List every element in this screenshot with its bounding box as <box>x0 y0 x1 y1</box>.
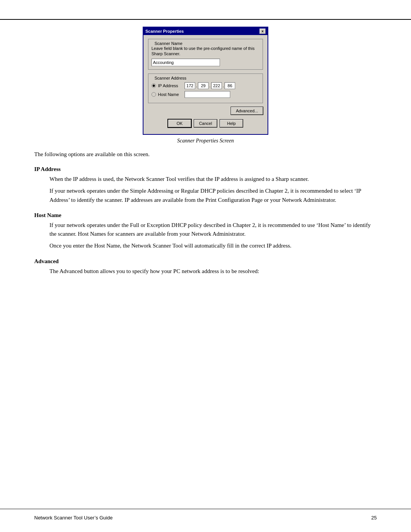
footer-right: 25 <box>371 515 377 521</box>
dialog-caption: Scanner Properties Screen <box>177 138 234 144</box>
advanced-heading: Advanced <box>34 258 377 265</box>
ip-address-para-1: When the IP address is used, the Network… <box>49 175 377 184</box>
footer: Network Scanner Tool User’s Guide 25 <box>34 515 377 521</box>
sections: IP Address When the IP address is used, … <box>34 166 377 276</box>
top-border <box>0 19 411 20</box>
address-type-radio-group: IP Address . . . <box>151 82 260 98</box>
scanner-address-group: Scanner Address IP Address . . <box>148 73 263 103</box>
scanner-name-legend: Scanner Name <box>153 41 260 46</box>
dialog-screenshot: Scanner Properties × Scanner Name Leave … <box>34 27 377 144</box>
dialog-titlebar: Scanner Properties × <box>143 27 268 35</box>
host-name-input[interactable] <box>185 91 230 98</box>
advanced-row: Advanced... <box>148 107 263 115</box>
ip-seg-2[interactable] <box>198 82 209 89</box>
host-name-label: Host Name <box>158 92 183 97</box>
scanner-name-group: Scanner Name Leave field blank to use th… <box>148 39 263 70</box>
dialog-title: Scanner Properties <box>145 29 184 34</box>
dialog-buttons: OK Cancel Help <box>148 118 263 130</box>
scanner-name-desc: Leave field blank to use the pre-configu… <box>151 46 260 57</box>
ip-address-heading: IP Address <box>34 166 377 173</box>
host-name-row: Host Name <box>151 91 260 98</box>
dialog-body: Scanner Name Leave field blank to use th… <box>143 35 268 134</box>
ip-address-section: IP Address When the IP address is used, … <box>34 166 377 204</box>
ip-seg-1[interactable] <box>185 82 195 89</box>
footer-left: Network Scanner Tool User’s Guide <box>34 515 113 521</box>
scanner-properties-dialog: Scanner Properties × Scanner Name Leave … <box>143 27 268 135</box>
scanner-address-legend: Scanner Address <box>153 76 260 80</box>
ip-address-row: IP Address . . . <box>151 82 260 89</box>
help-button[interactable]: Help <box>220 120 243 127</box>
advanced-para-1: The Advanced button allows you to specif… <box>49 267 377 276</box>
bottom-border <box>0 509 411 509</box>
ip-seg-4[interactable] <box>225 82 235 89</box>
host-name-section: Host Name If your network operates under… <box>34 212 377 251</box>
host-name-radio[interactable] <box>151 92 156 97</box>
ok-button[interactable]: OK <box>168 120 191 127</box>
intro-text: The following options are available on t… <box>34 150 377 159</box>
host-name-para-2: Once you enter the Host Name, the Networ… <box>49 241 377 250</box>
advanced-button[interactable]: Advanced... <box>231 107 263 115</box>
scanner-name-input[interactable] <box>151 59 220 66</box>
ip-address-radio[interactable] <box>151 83 156 88</box>
host-name-para-1: If your network operates under the Full … <box>49 221 377 239</box>
advanced-section: Advanced The Advanced button allows you … <box>34 258 377 276</box>
ip-seg-3[interactable] <box>211 82 222 89</box>
ip-address-label: IP Address <box>158 83 183 88</box>
ip-fields: . . . <box>185 82 235 89</box>
host-name-heading: Host Name <box>34 212 377 219</box>
ip-address-para-2: If your network operates under the Simpl… <box>49 187 377 204</box>
close-button[interactable]: × <box>260 29 266 34</box>
cancel-button[interactable]: Cancel <box>194 120 217 127</box>
